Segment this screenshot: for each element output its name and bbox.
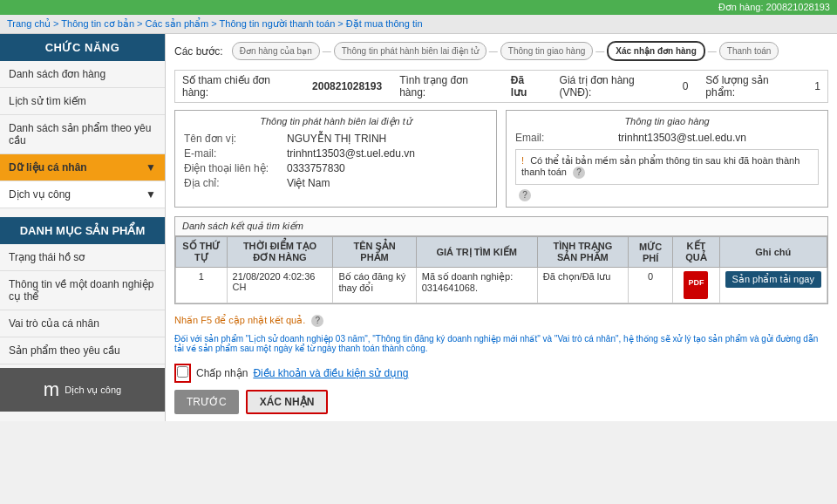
info-sections: Thông tin phát hành biên lai điện tử Tên…	[174, 110, 828, 208]
delivery-box-title: Thông tin giao hàng	[515, 116, 819, 126]
step-4: Xác nhận đơn hàng	[607, 41, 705, 61]
delivery-info-box: Thông tin giao hàng Email: trinhnt13503@…	[506, 110, 828, 208]
cell-fee: 0	[628, 268, 672, 303]
quantity-label: Số lượng sản phẩm:	[705, 74, 797, 99]
cell-search-value: Mã số doanh nghiệp: 0314641068.	[416, 268, 537, 303]
step-arrow-3: —	[595, 46, 604, 56]
invoice-name-label: Tên đơn vị:	[184, 133, 280, 145]
confirm-button[interactable]: XÁC NHẬN	[246, 390, 329, 414]
info-note: Đối với sản phẩm "Lịch sử doanh nghiệp 0…	[174, 330, 828, 357]
sidebar-item-du-lieu[interactable]: Dữ liệu cá nhân ▼	[0, 154, 165, 181]
invoice-box-title: Thông tin phát hành biên lai điện tử	[184, 116, 487, 127]
delivery-email-label: Email:	[515, 132, 611, 144]
download-now-button[interactable]: Sản phẩm tải ngay	[725, 271, 821, 288]
invoice-phone-value: 0333757830	[287, 162, 345, 174]
col-result: KẾT QUẢ	[673, 237, 719, 268]
help-icon-3[interactable]: ?	[311, 315, 323, 327]
ref-value: 200821028193	[312, 80, 382, 92]
invoice-email-label: E-mail:	[184, 147, 280, 160]
checkbox-label: Chấp nhận	[196, 367, 248, 379]
terms-checkbox-wrapper[interactable]	[174, 364, 191, 383]
invoice-address-label: Địa chỉ:	[184, 177, 280, 189]
col-search-val: GIÁ TRỊ TÌM KIẾM	[416, 237, 537, 268]
cell-status: Đã chọn/Đã lưu	[537, 268, 628, 303]
step-3: Thông tin giao hàng	[500, 42, 593, 60]
col-status: TÌNH TRẠNG SẢN PHẨM	[537, 237, 628, 268]
delivery-note-text: Có thể tải bản mềm sản phẩm thông tin sa…	[521, 155, 800, 177]
invoice-name-value: NGUYỄN THỊ TRINH	[287, 133, 386, 145]
sidebar-item-san-pham-yc[interactable]: Sản phẩm theo yêu cầu	[0, 337, 165, 364]
steps-label: Các bước:	[174, 45, 223, 58]
terms-link[interactable]: Điều khoản và điều kiện sử dụng	[253, 367, 408, 379]
sidebar-item-trang-thai[interactable]: Trạng thái hồ sơ	[0, 244, 165, 271]
invoice-info-box: Thông tin phát hành biên lai điện tử Tên…	[174, 110, 497, 208]
delivery-email-value: trinhnt13503@st.uel.edu.vn	[618, 132, 746, 144]
sidebar-item-don-hang[interactable]: Danh sách đơn hàng	[0, 61, 165, 88]
sidebar-item-vai-tro[interactable]: Vai trò của cá nhân	[0, 310, 165, 337]
step-1: Đơn hàng của bạn	[232, 42, 320, 60]
order-info-bar: Số tham chiếu đơn hàng: 200821028193 Tìn…	[174, 70, 828, 103]
steps-bar: Các bước: Đơn hàng của bạn — Thông tin p…	[174, 41, 828, 61]
results-table: SỐ THỨ TỰ THỜI ĐIỂM TẠO ĐƠN HÀNG TÊN SẢN…	[175, 236, 827, 303]
sidebar-item-thong-tin-dn[interactable]: Thông tin về một doanh nghiệp cụ thể	[0, 271, 165, 310]
help-icon-2[interactable]: ?	[519, 189, 531, 201]
sidebar-chuc-nang-header: CHỨC NĂNG	[0, 34, 165, 61]
step-arrow-4: —	[708, 46, 717, 56]
sidebar-danh-muc-header: DANH MỤC SẢN PHẨM	[0, 217, 165, 244]
cell-product: Bố cáo đăng ký thay đổi	[333, 268, 416, 303]
cell-stt: 1	[176, 268, 228, 303]
cell-result: PDF	[673, 268, 719, 303]
cell-note: Sản phẩm tải ngay	[719, 268, 827, 303]
col-stt: SỐ THỨ TỰ	[176, 237, 228, 268]
ref-label: Số tham chiếu đơn hàng:	[182, 74, 295, 99]
invoice-address-value: Việt Nam	[287, 177, 330, 189]
sidebar-item-lich-su[interactable]: Lịch sử tìm kiếm	[0, 88, 165, 115]
top-bar: Đơn hàng: 200821028193	[0, 0, 837, 15]
col-time: THỜI ĐIỂM TẠO ĐƠN HÀNG	[227, 237, 333, 268]
chevron-down-icon: ▼	[146, 161, 156, 174]
sidebar-bottom-image: m Dịch vụ công	[0, 368, 165, 412]
action-buttons: TRƯỚC XÁC NHẬN	[174, 390, 828, 414]
terms-checkbox[interactable]	[177, 366, 188, 378]
step-5: Thanh toán	[719, 42, 779, 60]
chevron-down-icon: ▼	[146, 188, 156, 201]
price-value: 0	[683, 80, 689, 92]
warning-icon: !	[521, 155, 524, 166]
step-arrow-1: —	[323, 46, 331, 56]
pdf-icon: PDF	[684, 271, 708, 299]
delivery-note: ! Có thể tải bản mềm sản phẩm thông tin …	[515, 149, 819, 185]
top-order-info: Đơn hàng: 200821028193	[718, 2, 830, 12]
main-content: Các bước: Đơn hàng của bạn — Thông tin p…	[166, 34, 837, 421]
search-results-title: Danh sách kết quả tìm kiếm	[175, 217, 827, 236]
table-row: 1 21/08/2020 4:02:36 CH Bố cáo đăng ký t…	[176, 268, 827, 303]
col-product: TÊN SẢN PHẨM	[333, 237, 416, 268]
invoice-email-value: trinhnt13503@st.uel.edu.vn	[287, 147, 415, 160]
status-value: Đã lưu	[511, 74, 542, 99]
quantity-value: 1	[814, 80, 820, 92]
sidebar-item-san-pham[interactable]: Danh sách sản phẩm theo yêu cầu	[0, 115, 165, 154]
col-fee: MỨC PHÍ	[628, 237, 672, 268]
status-label: Tình trạng đơn hàng:	[399, 74, 493, 99]
invoice-phone-label: Điện thoại liên hệ:	[184, 162, 280, 174]
help-icon[interactable]: ?	[573, 167, 585, 179]
sidebar: CHỨC NĂNG Danh sách đơn hàng Lịch sử tìm…	[0, 34, 166, 421]
sidebar-item-dich-vu-cong[interactable]: Dịch vụ công ▼	[0, 181, 165, 208]
f5-note: Nhấn F5 để cập nhật kết quả. ?	[174, 311, 828, 330]
breadcrumb-text: Trang chủ > Thông tin cơ bản > Các sản p…	[7, 18, 423, 29]
col-note: Ghi chú	[719, 237, 827, 268]
price-label: Giá trị đơn hàng (VNĐ):	[560, 74, 665, 99]
back-button[interactable]: TRƯỚC	[174, 390, 239, 414]
search-results-section: Danh sách kết quả tìm kiếm SỐ THỨ TỰ THỜ…	[174, 216, 828, 304]
cell-time: 21/08/2020 4:02:36 CH	[227, 268, 333, 303]
breadcrumb: Trang chủ > Thông tin cơ bản > Các sản p…	[0, 15, 837, 34]
step-2: Thông tin phát hành biên lai điện tử	[334, 42, 487, 60]
terms-row: Chấp nhận Điều khoản và điều kiện sử dụn…	[174, 364, 828, 383]
step-arrow-2: —	[489, 46, 498, 56]
